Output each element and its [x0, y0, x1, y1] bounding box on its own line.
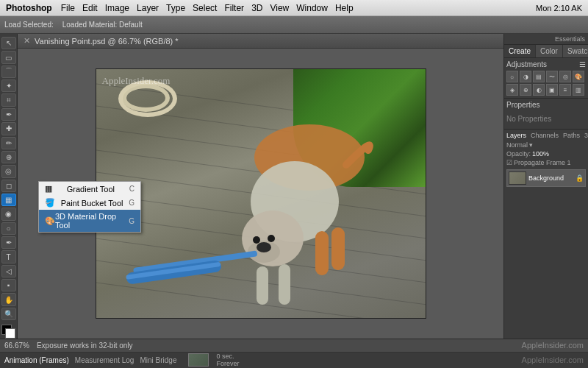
clone-tool[interactable]: ⊕	[1, 151, 16, 163]
shape-tool[interactable]: ▪	[1, 279, 16, 291]
layer-thumbnail	[509, 171, 526, 185]
blend-mode-select[interactable]: Normal	[506, 141, 528, 149]
tab-channels[interactable]: Channels	[531, 132, 559, 139]
type-tool[interactable]: T	[1, 250, 16, 263]
adj-exposure[interactable]: ◎	[559, 71, 571, 82]
animation-time: 0 sec.	[216, 353, 239, 360]
canvas-tab[interactable]: ✕ Vanishing Point.psd @ 66.7% (RGB/8) *	[18, 34, 503, 49]
heal-tool[interactable]: ✚	[1, 122, 16, 135]
status-message: Exposure works in 32-bit only	[37, 342, 133, 350]
zoom-level: 66.67%	[4, 342, 29, 350]
opacity-value[interactable]: 100%	[532, 150, 549, 158]
ctx-paint-shortcut: G	[129, 199, 135, 207]
adjustments-menu-icon[interactable]: ☰	[579, 60, 586, 68]
canvas-tab-close[interactable]: ✕	[24, 36, 30, 46]
animation-frame-thumb[interactable]	[188, 353, 209, 367]
layers-panel: Layers Channels Paths 3D Normal ▾ Opacit…	[504, 130, 588, 339]
blur-tool[interactable]: ◉	[1, 208, 16, 220]
crop-tool[interactable]: ⌗	[1, 93, 16, 106]
background-color[interactable]	[5, 328, 15, 339]
options-toolbar: Load Selected: Loaded Material: Default	[0, 16, 588, 34]
history-tool[interactable]: ◎	[1, 165, 16, 177]
menu-select[interactable]: Select	[193, 3, 217, 13]
adj-hue[interactable]: 🎨	[573, 71, 584, 82]
zoom-tool[interactable]: 🔍	[1, 308, 16, 320]
properties-label: Properties	[506, 101, 586, 109]
menu-file[interactable]: File	[61, 3, 75, 13]
adjustment-icons: ☼ ◑ ▤ 〜 ◎ 🎨 ◈ ⊕ ◐ ▣ ≡ ▥	[506, 71, 586, 96]
path-tool[interactable]: ◁	[1, 265, 16, 277]
svg-point-16	[268, 235, 275, 242]
svg-rect-19	[315, 231, 329, 275]
move-tool[interactable]: ↖	[1, 37, 16, 49]
propagate-label: Propagate Frame 1	[514, 159, 571, 166]
tab-layers[interactable]: Layers	[506, 132, 526, 139]
tab-paths[interactable]: Paths	[563, 132, 580, 139]
canvas-watermark: AppleInsider.com	[102, 75, 171, 87]
adj-photo-filter[interactable]: ▣	[546, 84, 558, 96]
ctx-paint-bucket-tool[interactable]: 🪣 Paint Bucket Tool G	[39, 196, 140, 210]
adj-channel-mixer[interactable]: ≡	[559, 84, 571, 96]
animation-watermark: AppleInsider.com	[522, 355, 584, 364]
adj-saturation[interactable]: ◈	[506, 84, 518, 96]
ctx-gradient-tool[interactable]: ▦ Gradient Tool C	[39, 182, 140, 196]
adj-levels[interactable]: ▤	[533, 71, 545, 82]
menu-image[interactable]: Image	[105, 3, 129, 13]
lasso-tool[interactable]: ⌒	[1, 66, 16, 78]
adj-gradient-map[interactable]: ▥	[573, 84, 584, 96]
svg-point-14	[257, 242, 271, 252]
right-panel: Essentials Create Color Swatches Styles …	[503, 34, 588, 339]
ctx-gradient-shortcut: C	[129, 185, 135, 193]
tab-measurement-log[interactable]: Measurement Log	[75, 356, 135, 364]
tab-animation-frames[interactable]: Animation (Frames)	[4, 356, 69, 364]
eyedropper-tool[interactable]: ✒	[1, 108, 16, 121]
clock: Mon 2:10 AK	[536, 4, 582, 13]
ctx-3d-label: 3D Material Drop Tool	[55, 212, 129, 230]
dodge-tool[interactable]: ○	[1, 222, 16, 235]
menu-3d[interactable]: 3D	[251, 3, 262, 13]
menu-layer[interactable]: Layer	[137, 3, 159, 13]
ctx-3d-material-tool[interactable]: 🎨 3D Material Drop Tool G	[39, 210, 140, 232]
menu-filter[interactable]: Filter	[224, 3, 244, 13]
tab-swatches[interactable]: Swatches	[563, 45, 588, 57]
menu-view[interactable]: View	[270, 3, 289, 13]
essentials-label: Essentials	[504, 34, 588, 45]
tab-create[interactable]: Create	[504, 45, 536, 57]
adj-black-white[interactable]: ◐	[533, 84, 545, 96]
menu-edit[interactable]: Edit	[82, 3, 98, 13]
no-properties-text: No Properties	[506, 111, 586, 127]
svg-rect-17	[279, 264, 290, 305]
layer-item-background[interactable]: Background 🔒	[506, 169, 586, 187]
eraser-tool[interactable]: ◻	[1, 180, 16, 192]
pen-tool[interactable]: ✒	[1, 236, 16, 249]
adj-contrast[interactable]: ◑	[520, 71, 531, 82]
svg-rect-18	[257, 266, 268, 305]
wand-tool[interactable]: ✦	[1, 79, 16, 92]
canvas-wrapper[interactable]: AppleInsider.com ▦ Gradient Tool C 🪣 Pai…	[18, 49, 503, 339]
menu-help[interactable]: Help	[335, 3, 354, 13]
layer-name: Background	[528, 174, 564, 182]
canvas-image: AppleInsider.com	[96, 68, 426, 319]
main-area: ↖ ▭ ⌒ ✦ ⌗ ✒ ✚ ✏ ⊕ ◎ ◻ ▦ ◉ ○ ✒ T ◁ ▪ ✋ 🔍 …	[0, 34, 588, 339]
status-bar: 66.67% Exposure works in 32-bit only App…	[0, 339, 588, 353]
propagate-checkbox[interactable]: ☑	[506, 159, 512, 166]
blend-dropdown-icon[interactable]: ▾	[529, 141, 533, 149]
brush-tool[interactable]: ✏	[1, 137, 16, 149]
forever-label: Forever	[216, 360, 239, 367]
menu-bar: Photoshop File Edit Image Layer Type Sel…	[0, 0, 588, 16]
hand-tool[interactable]: ✋	[1, 293, 16, 305]
ctx-gradient-label: Gradient Tool	[67, 185, 115, 194]
tab-3d[interactable]: 3D	[584, 132, 588, 139]
adj-curves[interactable]: 〜	[546, 71, 558, 82]
menu-type[interactable]: Type	[166, 3, 185, 13]
adj-brightness[interactable]: ☼	[506, 71, 518, 82]
menu-window[interactable]: Window	[296, 3, 328, 13]
layers-tabs: Layers Channels Paths 3D	[506, 132, 586, 139]
tab-color[interactable]: Color	[536, 45, 563, 57]
bottom-bar: 66.67% Exposure works in 32-bit only App…	[0, 339, 588, 368]
panel-tabs: Create Color Swatches Styles	[504, 45, 588, 58]
adj-color-balance[interactable]: ⊕	[520, 84, 531, 96]
gradient-tool[interactable]: ▦	[1, 194, 16, 206]
marquee-tool[interactable]: ▭	[1, 51, 16, 63]
tab-mini-bridge[interactable]: Mini Bridge	[140, 356, 176, 364]
